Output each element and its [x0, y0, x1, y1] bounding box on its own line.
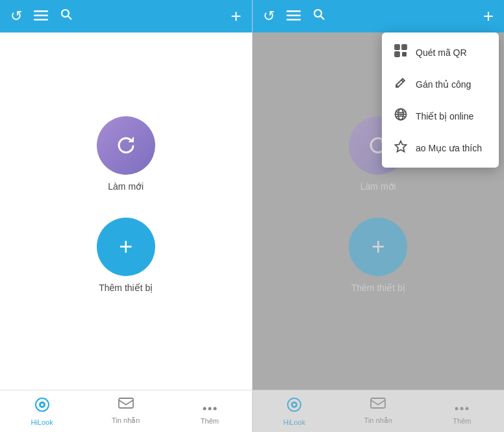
online-icon: [394, 108, 408, 124]
list-icon[interactable]: [34, 8, 48, 25]
svg-line-28: [401, 80, 403, 82]
search-icon[interactable]: [60, 8, 73, 25]
right-panel: ↺ +: [253, 0, 505, 432]
svg-rect-2: [34, 19, 48, 21]
svg-rect-13: [286, 15, 301, 17]
svg-rect-8: [119, 398, 133, 408]
dropdown-favorites[interactable]: ao Mục ưa thích: [382, 132, 499, 164]
nav-messages-left[interactable]: Tin nhắn: [84, 398, 168, 425]
svg-rect-24: [403, 53, 404, 54]
messages-icon: [118, 398, 134, 414]
more-label-left: Thêm: [201, 417, 219, 425]
left-main-content: Làm mới + Thêm thiết bị: [0, 32, 252, 390]
favorites-label: ao Mục ưa thích: [416, 143, 482, 153]
svg-point-3: [62, 10, 69, 17]
manual-label: Gán thủ công: [416, 79, 471, 90]
svg-marker-34: [396, 141, 407, 152]
add-button-right[interactable]: +: [483, 7, 494, 25]
add-device-button[interactable]: +: [97, 218, 155, 276]
svg-point-15: [314, 10, 321, 17]
svg-line-16: [321, 16, 324, 19]
nav-more-left[interactable]: Thêm: [168, 398, 251, 425]
hilook-label-left: HiLook: [31, 418, 53, 426]
svg-rect-26: [403, 55, 404, 56]
search-icon-right[interactable]: [312, 8, 325, 25]
add-button-left[interactable]: +: [231, 7, 241, 25]
refresh-label: Làm mới: [108, 181, 144, 192]
add-device-label: Thêm thiết bị: [99, 283, 153, 293]
svg-point-11: [213, 407, 216, 410]
svg-rect-22: [396, 53, 398, 55]
qr-label: Quét mã QR: [416, 47, 467, 58]
right-topbar-left: ↺: [263, 8, 325, 25]
history-icon-right[interactable]: ↺: [263, 8, 275, 25]
svg-rect-20: [396, 46, 398, 48]
star-icon: [394, 140, 408, 156]
refresh-wrap: Làm mới: [97, 116, 155, 192]
left-panel: ↺ +: [0, 0, 252, 432]
svg-rect-14: [286, 19, 301, 21]
dropdown-online[interactable]: Thiết bị online: [382, 100, 499, 132]
svg-point-9: [203, 407, 206, 410]
left-bottom-nav: HiLook Tin nhắn Thêm: [0, 390, 252, 432]
plus-icon: +: [119, 235, 132, 259]
svg-rect-0: [34, 10, 48, 12]
right-topbar: ↺ +: [253, 0, 505, 32]
svg-rect-21: [403, 46, 405, 48]
svg-rect-12: [286, 10, 301, 12]
svg-line-4: [68, 16, 71, 19]
dropdown-manual[interactable]: Gán thủ công: [382, 68, 499, 100]
dropdown-qr[interactable]: Quét mã QR: [382, 36, 499, 68]
left-topbar-left: ↺: [10, 8, 73, 25]
svg-rect-1: [34, 15, 48, 17]
refresh-button[interactable]: [97, 116, 155, 175]
svg-point-10: [208, 407, 211, 410]
online-label: Thiết bị online: [416, 111, 473, 121]
list-icon-right[interactable]: [286, 8, 301, 25]
dropdown-menu: Quét mã QR Gán thủ công: [382, 32, 499, 168]
add-device-wrap: + Thêm thiết bị: [97, 218, 155, 293]
qr-icon: [394, 44, 408, 60]
svg-rect-25: [405, 53, 406, 54]
svg-rect-27: [405, 55, 406, 56]
left-topbar: ↺ +: [0, 0, 252, 32]
svg-point-7: [41, 403, 44, 406]
more-icon-left: [202, 398, 218, 415]
manual-icon: [394, 76, 408, 92]
hilook-icon: [34, 397, 50, 416]
messages-label-left: Tin nhắn: [112, 416, 140, 425]
nav-hilook-left[interactable]: HiLook: [0, 397, 84, 426]
history-icon[interactable]: ↺: [10, 8, 22, 25]
